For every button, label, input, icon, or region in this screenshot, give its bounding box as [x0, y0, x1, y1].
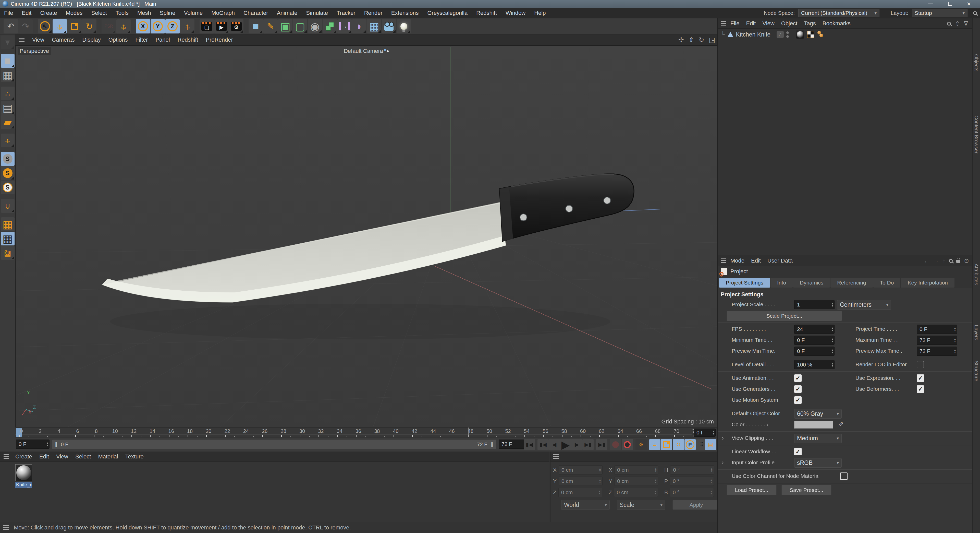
snap-orange-button[interactable]: S: [1, 166, 14, 180]
last-tool-move-button[interactable]: ↔↕: [116, 19, 130, 34]
autokeying-button[interactable]: [622, 439, 633, 450]
camera-label[interactable]: Default Camera: [344, 48, 389, 54]
om-menu-tags[interactable]: Tags: [804, 20, 816, 27]
workplane-button[interactable]: ▦: [1, 217, 14, 231]
om-menu-bookmarks[interactable]: Bookmarks: [822, 20, 851, 27]
snap-gray-button[interactable]: S: [1, 152, 14, 166]
menu-create[interactable]: Create: [40, 10, 57, 16]
panel-menu-icon[interactable]: [721, 259, 726, 263]
prev-key-button[interactable]: ▮◀: [538, 439, 549, 450]
magnet-snap-button[interactable]: ∪: [1, 199, 14, 213]
rotate-tool-button[interactable]: ↻: [82, 19, 97, 34]
eyedropper-icon[interactable]: ✎: [836, 422, 844, 427]
use-color-channel-checkbox[interactable]: [840, 472, 848, 480]
om-menu-view[interactable]: View: [762, 20, 774, 27]
lock-icon[interactable]: [956, 257, 960, 264]
linear-workflow-checkbox[interactable]: ✓: [794, 448, 802, 455]
apply-button[interactable]: Apply: [673, 500, 720, 510]
coords-mode-select[interactable]: Scale▾: [617, 500, 665, 510]
redo-button[interactable]: ↷: [18, 19, 33, 34]
pan-view-icon[interactable]: ✢: [678, 36, 684, 44]
history-forward-icon[interactable]: →: [933, 257, 939, 264]
preview-max-spinner[interactable]: 72 F ▴▾: [917, 346, 957, 356]
menu-render[interactable]: Render: [364, 10, 383, 16]
scale-y-field[interactable]: 0 cm▴▾: [614, 477, 658, 486]
position-z-field[interactable]: 0 cm▴▾: [558, 488, 602, 497]
material-menu-view[interactable]: View: [56, 453, 68, 460]
light-button[interactable]: [396, 19, 411, 34]
prev-frame-button[interactable]: ◀: [549, 439, 560, 450]
layout-select[interactable]: Startup ▾: [912, 9, 967, 18]
material-tag[interactable]: [796, 30, 804, 38]
minimum-time-spinner[interactable]: 0 F ▴▾: [794, 335, 835, 345]
search-icon[interactable]: [947, 20, 951, 27]
render-lod-checkbox[interactable]: [917, 361, 924, 368]
make-editable-button[interactable]: ▼: [1, 35, 14, 49]
key-rotation-button[interactable]: ↻: [673, 439, 684, 450]
search-icon[interactable]: [949, 257, 953, 264]
menu-animate[interactable]: Animate: [277, 10, 298, 16]
history-back-icon[interactable]: ←: [924, 257, 929, 264]
camera-button[interactable]: [382, 19, 396, 34]
menu-edit[interactable]: Edit: [22, 10, 32, 16]
rotate-view-icon[interactable]: ↻: [699, 36, 704, 44]
goto-end-button[interactable]: ▶▮: [596, 439, 608, 450]
subdivision-surface-button[interactable]: ▣: [278, 19, 293, 34]
input-color-profile-select[interactable]: sRGB ▾: [794, 458, 842, 468]
dolly-view-icon[interactable]: ⇕: [689, 36, 694, 44]
tab-key-interpolation[interactable]: Key Interpolation: [901, 278, 955, 287]
menu-tools[interactable]: Tools: [116, 10, 129, 16]
material-menu-select[interactable]: Select: [75, 453, 91, 460]
uvw-tag[interactable]: [807, 30, 815, 38]
material-menu-create[interactable]: Create: [15, 453, 32, 460]
menu-volume[interactable]: Volume: [184, 10, 203, 16]
tab-to-do[interactable]: To Do: [873, 278, 900, 287]
minimize-button[interactable]: [928, 3, 933, 4]
viewport-menu-options[interactable]: Options: [108, 37, 128, 43]
material-menu-material[interactable]: Material: [98, 453, 118, 460]
position-x-field[interactable]: 0 cm▴▾: [558, 465, 603, 474]
undo-button[interactable]: ↶: [3, 19, 18, 34]
rotation-h-field[interactable]: 0 °▴▾: [670, 465, 714, 474]
node-space-select[interactable]: Current (Standard/Physical) ▾: [798, 9, 880, 18]
menu-extensions[interactable]: Extensions: [391, 10, 419, 16]
render-settings-button[interactable]: ⚙: [229, 19, 243, 34]
menu-character[interactable]: Character: [243, 10, 268, 16]
expander-icon[interactable]: ›: [722, 459, 724, 466]
play-button[interactable]: ▶: [560, 439, 571, 450]
preview-min-spinner[interactable]: 0 F ▴▾: [794, 346, 835, 356]
tab-objects[interactable]: Objects: [974, 54, 979, 72]
menu-select[interactable]: Select: [91, 10, 107, 16]
save-preset-button[interactable]: Save Preset...: [781, 485, 832, 495]
x-axis-lock-button[interactable]: X: [136, 19, 150, 34]
viewport-menu-prorender[interactable]: ProRender: [206, 37, 233, 43]
use-deformers-checkbox[interactable]: ✓: [917, 385, 924, 393]
keyframe-selection-button[interactable]: ▤: [705, 439, 716, 450]
generator-button[interactable]: ▢: [293, 19, 307, 34]
om-menu-edit[interactable]: Edit: [746, 20, 756, 27]
render-picture-viewer-button[interactable]: ▶: [215, 19, 229, 34]
render-view-button[interactable]: ▢: [200, 19, 214, 34]
tab-content-browser[interactable]: Content Browser: [974, 115, 979, 153]
viewport-menu-display[interactable]: Display: [83, 37, 101, 43]
timeline-ruler[interactable]: 0246810121416182022242628303234363840424…: [15, 427, 717, 437]
snap-ring-button[interactable]: S: [1, 180, 14, 194]
menu-window[interactable]: Window: [506, 10, 525, 16]
preview-range-slider[interactable]: ∥ 0 F 72 F ∥: [52, 439, 496, 449]
primitive-cube-button[interactable]: ■: [248, 19, 263, 34]
layer-chip-icon[interactable]: ∕: [776, 31, 784, 38]
scale-z-field[interactable]: 0 cm▴▾: [614, 488, 658, 497]
record-objects-button[interactable]: [610, 439, 621, 450]
maximize-button[interactable]: [948, 2, 952, 6]
phong-tag[interactable]: [817, 30, 824, 38]
enable-axis-button[interactable]: ↑→: [1, 134, 14, 147]
model-mode-button[interactable]: ■: [1, 54, 14, 68]
viewport-menu-redshift[interactable]: Redshift: [178, 37, 198, 43]
key-parameter-button[interactable]: P: [684, 439, 696, 450]
tab-attributes[interactable]: Attributes: [974, 263, 979, 285]
viewport-menu-view[interactable]: View: [32, 37, 44, 43]
viewport-menu-cameras[interactable]: Cameras: [52, 37, 75, 43]
knife-model[interactable]: [102, 174, 634, 302]
menu-redshift[interactable]: Redshift: [476, 10, 497, 16]
tab-layers[interactable]: Layers: [974, 325, 979, 340]
